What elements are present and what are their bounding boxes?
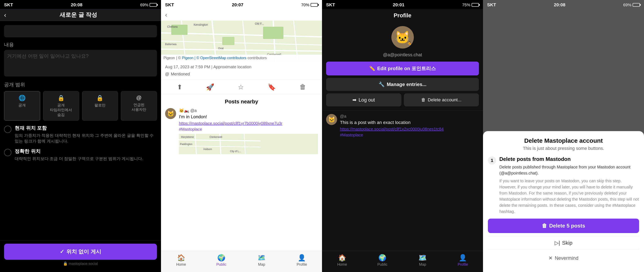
post-title-input[interactable] xyxy=(4,25,157,37)
manage-entries-button[interactable]: 🔧 Manage entries... xyxy=(326,78,479,91)
svg-text:Battersea: Battersea xyxy=(165,43,176,46)
svg-text:Oval: Oval xyxy=(218,47,224,50)
visibility-public[interactable]: 🌐 공개 xyxy=(4,91,40,121)
carrier-2: SKT xyxy=(165,2,174,7)
step-number: 1 xyxy=(488,156,496,165)
tab-public-label-3: Public xyxy=(377,263,387,267)
delete-dialog-subtitle: This is just about pressing some buttons… xyxy=(488,146,639,151)
status-bar-1: SKT 20:08 69% xyxy=(0,0,161,9)
tab-profile-3[interactable]: 👤 Profile xyxy=(443,253,483,268)
status-bar-4: SKT 20:08 69% xyxy=(483,0,644,9)
post-detail-header: ‹ xyxy=(161,9,322,20)
wrench-icon: 🔧 xyxy=(378,82,385,87)
nearby-post-hashtag: #Mastoplace xyxy=(179,127,318,132)
svg-text:Marylebone: Marylebone xyxy=(181,136,194,138)
new-post-header: ‹ 새로운 글 작성 xyxy=(0,9,161,21)
public-icon-2: 🌍 xyxy=(217,254,226,262)
location-toggle-2-title: 정확한 위치 xyxy=(15,148,143,155)
profile-post-link[interactable]: https://mastoplace.social/post/cllf1x2xc… xyxy=(340,127,479,132)
location-toggle-1[interactable] xyxy=(4,126,12,133)
tab-map-3[interactable]: 🗺️ Map xyxy=(402,253,443,268)
delete-step-1: 1 Delete posts from Mastodon Delete post… xyxy=(488,156,639,215)
carrier-3: SKT xyxy=(326,2,335,7)
nearby-post-link[interactable]: https://mastoplace.social/post/cllf1yr7b… xyxy=(179,121,318,126)
panel-profile: SKT 20:01 75% Profile 🐱 🏃 @a@pointless.c… xyxy=(322,0,483,272)
openstreetmap-link[interactable]: Pigeon | © OpenStreetMap contributors xyxy=(182,56,246,60)
location-toggle-2[interactable] xyxy=(4,149,12,156)
profile-post-handle: @a xyxy=(340,114,479,119)
delete-icon: 🗑 xyxy=(421,97,426,103)
profile-post-text: This is a post with an exact location xyxy=(340,120,479,125)
profile-post-item: 🐱 @a This is a post with an exact locati… xyxy=(322,110,483,141)
nearby-post-handle: 🐱‍🏍 @a xyxy=(179,108,318,113)
new-post-content: 내용 거기에선 어떤 일이 일어나고 있나요? 공개 범위 🌐 공개 🔒 공개타… xyxy=(0,21,161,240)
tab-map-label-3: Map xyxy=(419,263,426,267)
back-button[interactable]: ‹ xyxy=(4,11,6,19)
new-post-title: 새로운 글 작성 xyxy=(6,11,150,19)
logout-button[interactable]: ➡ Log out xyxy=(326,93,402,106)
status-bar-3: SKT 20:01 75% xyxy=(322,0,483,9)
time-2: 20:07 xyxy=(232,2,243,7)
location-toggle-1-desc: 임의 가중치가 적용된 대략적인 현재 위치와 그 주변에 올라온 글을 확인할… xyxy=(15,133,157,144)
pencil-icon: ✏️ xyxy=(369,66,375,71)
profile-icon-2: 👤 xyxy=(298,254,306,262)
globe-icon: 🌐 xyxy=(18,95,26,101)
tab-map-label-2: Map xyxy=(258,263,265,267)
nevermind-label: Nevermind xyxy=(554,255,578,261)
battery-1: 69% xyxy=(140,3,157,7)
profile-post-hashtag: #Mastoplace xyxy=(340,133,479,137)
tab-home-2[interactable]: 🏠 Home xyxy=(161,253,201,268)
nearby-post-body: 🐱‍🏍 @a I'm in London! https://mastoplace… xyxy=(179,108,318,154)
lock-icon-2: 🔒 xyxy=(96,95,104,101)
delete-account-dialog: Delete Mastoplace account This is just a… xyxy=(483,131,644,272)
svg-text:Holborn: Holborn xyxy=(204,148,212,151)
delete-account-button[interactable]: 🗑 Delete account... xyxy=(404,93,479,106)
tab-bar-3: 🏠 Home 🌍 Public 🗺️ Map 👤 Profile xyxy=(322,251,483,272)
delete-dialog-title: Delete Mastoplace account xyxy=(488,137,639,144)
post-content-input[interactable]: 거기에선 어떤 일이 일어나고 있나요? xyxy=(4,50,157,76)
back-button-2[interactable]: ‹ xyxy=(165,11,167,18)
tab-public-2[interactable]: 🌍 Public xyxy=(201,253,242,268)
post-detail-content: Chelsea Kensington Old F... Battersea Ov… xyxy=(161,20,322,251)
time-1: 20:08 xyxy=(71,2,82,7)
edit-profile-label: Edit profile on 포인트리스 xyxy=(377,65,436,72)
visibility-unlisted-label: 공개타임라인에서숨김 xyxy=(50,103,72,117)
edit-profile-button[interactable]: ✏️ Edit profile on 포인트리스 xyxy=(326,62,479,75)
rocket-icon[interactable]: 🚀 xyxy=(206,83,214,91)
delete-account-label: Delete account... xyxy=(428,97,461,103)
mentioned-icon: @ xyxy=(165,72,169,76)
post-map: Chelsea Kensington Old F... Battersea Ov… xyxy=(161,20,322,61)
skip-button[interactable]: ▷| Skip xyxy=(488,236,639,250)
delete-posts-button[interactable]: 🗑 Delete 5 posts xyxy=(488,219,639,233)
manage-entries-label: Manage entries... xyxy=(387,82,426,87)
public-icon-3: 🌍 xyxy=(378,254,386,262)
trash-icon-2: 🗑 xyxy=(542,223,547,229)
visibility-followers-label: 팔로만 xyxy=(94,103,106,108)
tab-home-3[interactable]: 🏠 Home xyxy=(322,253,362,268)
profile-emoji-overlay: 🏃 xyxy=(406,41,414,48)
visibility-unlisted[interactable]: 🔒 공개타임라인에서숨김 xyxy=(43,91,79,121)
boost-icon[interactable]: ⬆ xyxy=(177,83,182,91)
carrier-4: SKT xyxy=(487,2,496,7)
svg-text:City of L...: City of L... xyxy=(230,150,241,153)
tab-home-label-2: Home xyxy=(176,263,186,267)
trash-icon[interactable]: 🗑 xyxy=(300,83,306,91)
battery-icon-4 xyxy=(632,3,640,7)
visibility-followers[interactable]: 🔒 팔로만 xyxy=(82,91,118,121)
profile-title: Profile xyxy=(394,12,412,18)
visibility-mentioned[interactable]: @ 언급된사용자만 xyxy=(121,91,157,121)
tab-map-2[interactable]: 🗺️ Map xyxy=(242,253,282,268)
nearby-post-item: 🐱 🐱‍🏍 @a I'm in London! https://mastopla… xyxy=(165,108,318,154)
post-button[interactable]: ✓ 위치 없이 게시 xyxy=(4,244,157,260)
tab-public-3[interactable]: 🌍 Public xyxy=(362,253,402,268)
posts-nearby-title: Posts nearby xyxy=(165,98,318,105)
skip-icon: ▷| xyxy=(554,240,560,246)
nevermind-button[interactable]: ✕ Nevermind xyxy=(488,253,639,264)
location-toggle-1-title: 현재 위치 포함 xyxy=(15,125,157,131)
checkmark-icon: ✓ xyxy=(60,249,64,255)
location-toggle-2-text: 정확한 위치 대략적인 위치보다 조금 더 정밀한 구역으로 구분된 범위가 게… xyxy=(15,148,143,162)
bookmark-icon[interactable]: 🔖 xyxy=(268,83,276,91)
tab-profile-2[interactable]: 👤 Profile xyxy=(282,253,322,268)
close-icon: ✕ xyxy=(548,255,552,261)
star-icon[interactable]: ☆ xyxy=(238,83,244,91)
